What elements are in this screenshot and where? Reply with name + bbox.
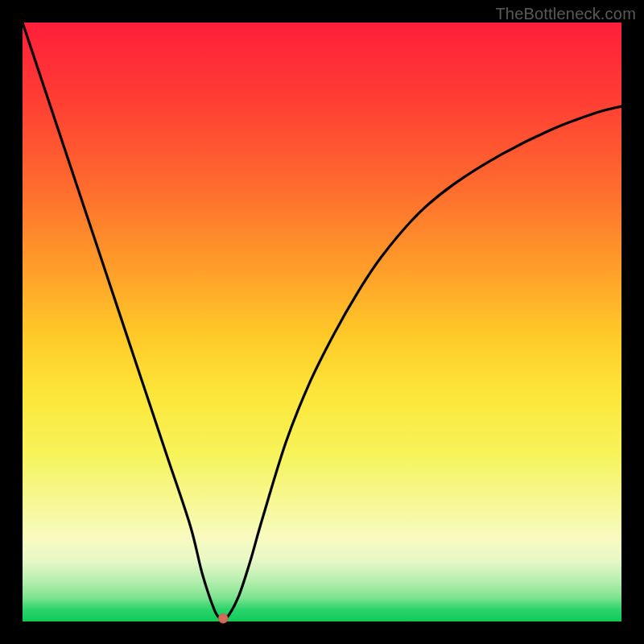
bottleneck-curve: [23, 23, 621, 621]
chart-frame: TheBottleneck.com: [0, 0, 644, 644]
watermark-text: TheBottleneck.com: [495, 5, 636, 23]
plot-area: [23, 23, 621, 621]
optimal-point-marker: [218, 613, 228, 623]
